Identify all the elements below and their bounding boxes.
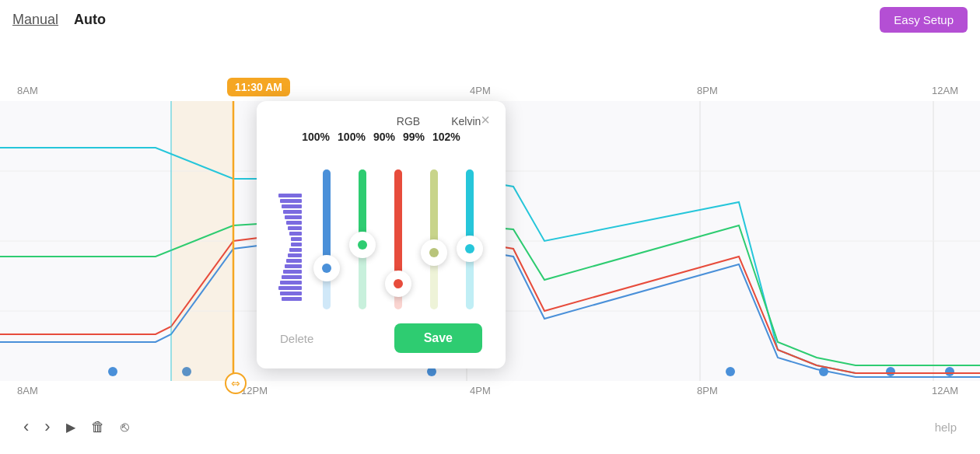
- pct-4: 99%: [403, 131, 425, 143]
- bar: [286, 221, 302, 225]
- thumb-dot-cyan: [465, 244, 474, 253]
- popup-kelvin-label: Kelvin: [451, 115, 481, 127]
- time-label-12am-top: 12AM: [932, 85, 958, 96]
- slider-thumb-warm[interactable]: [421, 239, 447, 266]
- slider-track-warm: [430, 169, 438, 309]
- slider-thumb-red[interactable]: [385, 271, 411, 297]
- next-button[interactable]: ›: [44, 417, 50, 437]
- pct-1: 100%: [302, 131, 330, 143]
- time-axis-top: 8AM 4PM 8PM 12AM: [0, 81, 980, 100]
- thumb-dot-red: [394, 279, 403, 288]
- delete-button[interactable]: Delete: [280, 332, 313, 345]
- slider-thumb-blue[interactable]: [313, 255, 340, 281]
- slider-fill-cyan: [466, 169, 474, 243]
- bar: [288, 253, 302, 257]
- trash-button[interactable]: 🗑: [91, 419, 105, 435]
- pct-3: 90%: [373, 131, 395, 143]
- slider-thumb-cyan[interactable]: [457, 236, 483, 262]
- play-button[interactable]: ▶: [66, 420, 75, 435]
- slider-fill-red: [394, 169, 402, 278]
- time-label-8pm-top: 8PM: [697, 85, 718, 96]
- time-label-8am-top: 8AM: [17, 85, 38, 96]
- slider-fill-warm: [430, 169, 438, 247]
- top-bar: Manual Auto Easy Setup: [0, 0, 980, 39]
- share-button[interactable]: ⎋: [121, 419, 129, 435]
- bar: [280, 292, 302, 295]
- bar: [289, 248, 302, 252]
- slider-fill-green: [359, 169, 366, 239]
- time-drag-handle[interactable]: ⇔: [225, 372, 247, 394]
- slider-track-blue: [323, 169, 331, 309]
- bar: [280, 199, 302, 203]
- tab-manual[interactable]: Manual: [12, 12, 58, 28]
- popup-percentages-row: 100% 100% 90% 99% 102%: [272, 131, 490, 143]
- slider-blue[interactable]: [313, 169, 341, 309]
- bar: [286, 259, 302, 263]
- bar: [278, 194, 302, 197]
- popup-close-button[interactable]: ×: [481, 112, 490, 127]
- slider-warm[interactable]: [420, 169, 448, 309]
- bottom-controls: ‹ › ▶ 🗑 ⎋ help: [0, 407, 980, 446]
- popup-rgb-label: RGB: [397, 115, 420, 127]
- popup-header: RGB Kelvin ×: [272, 115, 490, 127]
- slider-thumb-green[interactable]: [349, 232, 376, 258]
- bar: [289, 232, 302, 236]
- bar: [283, 210, 302, 214]
- popup-section-labels: RGB Kelvin: [397, 115, 481, 127]
- bar: [285, 215, 302, 219]
- bar: [282, 204, 302, 208]
- slider-fill-blue: [323, 169, 331, 263]
- bar: [282, 297, 302, 301]
- time-label-8am-bot: 8AM: [17, 385, 38, 396]
- slider-track-green: [359, 169, 366, 309]
- time-indicator: 11:30 AM: [227, 78, 290, 96]
- bar: [282, 275, 302, 279]
- help-link[interactable]: help: [935, 421, 957, 434]
- time-axis-bottom: 8AM 12PM 4PM 8PM 12AM: [0, 381, 980, 400]
- pct-5: 102%: [432, 131, 460, 143]
- bar: [288, 226, 302, 230]
- slider-track-red: [394, 169, 402, 309]
- save-button[interactable]: Save: [394, 323, 482, 353]
- slider-track-cyan: [466, 169, 474, 309]
- easy-setup-button[interactable]: Easy Setup: [880, 7, 968, 33]
- time-label-4pm-top: 4PM: [470, 85, 491, 96]
- time-badge[interactable]: 11:30 AM: [227, 78, 290, 96]
- color-popup: RGB Kelvin × 100% 100% 90% 99% 102%: [257, 101, 506, 368]
- time-label-4pm-bot: 4PM: [470, 385, 491, 396]
- thumb-dot-warm: [429, 248, 439, 257]
- bar: [280, 281, 302, 285]
- tab-auto[interactable]: Auto: [74, 12, 106, 28]
- thumb-dot-green: [358, 240, 367, 250]
- sliders-container: [272, 154, 490, 309]
- playback-controls: ‹ › ▶ 🗑 ⎋: [23, 417, 129, 437]
- bar: [278, 286, 302, 290]
- mode-tabs: Manual Auto: [12, 12, 106, 28]
- bar: [283, 270, 302, 274]
- pct-2: 100%: [338, 131, 366, 143]
- slider-red[interactable]: [384, 169, 412, 309]
- bar: [291, 243, 302, 246]
- time-label-8pm-bot: 8PM: [697, 385, 718, 396]
- bar: [285, 264, 302, 268]
- thumb-dot-blue: [322, 264, 331, 273]
- slider-green[interactable]: [348, 169, 376, 309]
- time-label-12am-bot: 12AM: [932, 385, 958, 396]
- popup-actions: Delete Save: [272, 323, 490, 353]
- channel-bars-col: [278, 185, 302, 309]
- bar: [291, 237, 302, 241]
- prev-button[interactable]: ‹: [23, 417, 29, 437]
- slider-cyan[interactable]: [456, 169, 484, 309]
